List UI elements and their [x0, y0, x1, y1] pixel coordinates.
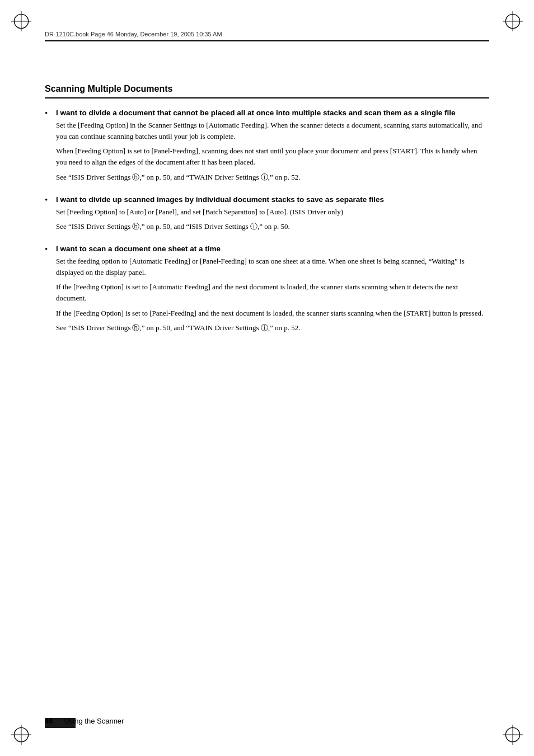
header-info: DR-1210C.book Page 46 Monday, December 1… [45, 31, 222, 37]
bullet-2-para-1: Set [Feeding Option] to [Auto] or [Panel… [56, 206, 489, 218]
footer-text: Using the Scanner [64, 717, 124, 725]
list-item: I want to scan a document one sheet at a… [45, 245, 489, 334]
page: DR-1210C.book Page 46 Monday, December 1… [0, 0, 534, 756]
bullet-3-para-1: Set the feeding option to [Automatic Fee… [56, 256, 489, 278]
bullet-3-para-4: See “ISIS Driver Settings ⓗ,” on p. 50, … [56, 322, 489, 334]
bullet-body-1: Set the [Feeding Option] in the Scanner … [56, 120, 489, 183]
list-item: I want to divide a document that cannot … [45, 109, 489, 183]
corner-mark-tr [503, 11, 523, 31]
footer: 46 Using the Scanner [45, 717, 489, 725]
footer-page-number: 46 [45, 717, 53, 725]
list-item: I want to divide up scanned images by in… [45, 195, 489, 232]
bullet-body-2: Set [Feeding Option] to [Auto] or [Panel… [56, 206, 489, 232]
corner-mark-tl [11, 11, 31, 31]
header-bar [45, 40, 489, 41]
bullet-title-1: I want to divide a document that cannot … [56, 109, 489, 117]
bullet-title-2: I want to divide up scanned images by in… [56, 195, 489, 204]
bullet-list: I want to divide a document that cannot … [45, 109, 489, 334]
bullet-1-para-2: When [Feeding Option] is set to [Panel-F… [56, 145, 489, 168]
bullet-2-para-2: See “ISIS Driver Settings ⓗ,” on p. 50, … [56, 221, 489, 232]
section-title: Scanning Multiple Documents [45, 84, 489, 98]
bullet-1-para-1: Set the [Feeding Option] in the Scanner … [56, 120, 489, 142]
bullet-3-para-3: If the [Feeding Option] is set to [Panel… [56, 308, 489, 319]
bullet-title-3: I want to scan a document one sheet at a… [56, 245, 489, 253]
corner-mark-bl [11, 725, 31, 745]
bullet-1-para-3: See “ISIS Driver Settings ⓗ,” on p. 50, … [56, 172, 489, 183]
corner-mark-br [503, 725, 523, 745]
main-content: Scanning Multiple Documents I want to di… [45, 84, 489, 334]
bullet-body-3: Set the feeding option to [Automatic Fee… [56, 256, 489, 334]
bullet-3-para-2: If the [Feeding Option] is set to [Autom… [56, 281, 489, 304]
